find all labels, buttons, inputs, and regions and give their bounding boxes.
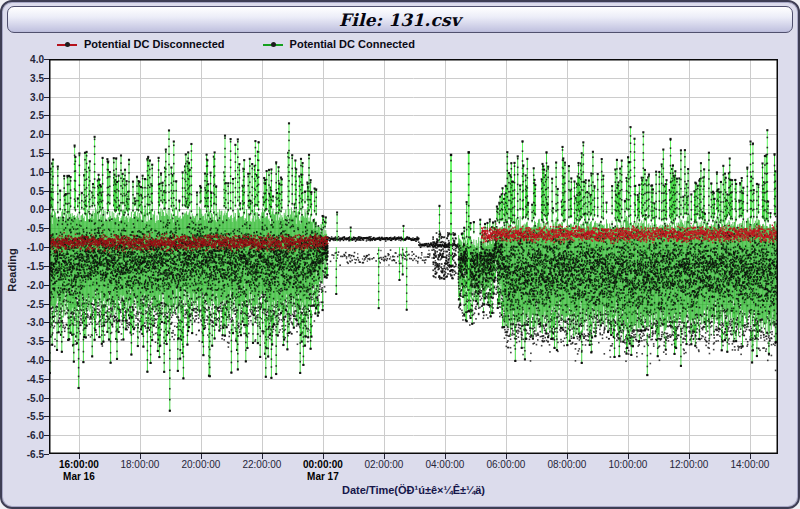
y-axis-tick — [44, 247, 49, 248]
window-title: File: 131.csv — [339, 10, 461, 30]
y-tick-label: 1.5 — [6, 148, 44, 159]
x-tick-date-label: Mar 17 — [307, 471, 339, 482]
application-root: File: 131.csv Potential DC Disconnected … — [0, 0, 800, 509]
title-bar: File: 131.csv — [7, 6, 793, 33]
legend-item-disconnected[interactable]: Potential DC Disconnected — [57, 38, 225, 50]
x-tick-label: 04:00:00 — [425, 459, 464, 470]
y-tick-label: -4.5 — [6, 373, 44, 384]
x-tick-label: 20:00:00 — [181, 459, 220, 470]
x-axis-title: Date/Time(ÖÐ¹ú±ê×¼Ê±¼ä) — [49, 484, 778, 496]
y-axis-tick — [44, 228, 49, 229]
y-axis-tick — [44, 360, 49, 361]
y-axis-tick — [44, 304, 49, 305]
legend-label-disconnected: Potential DC Disconnected — [84, 38, 225, 50]
y-tick-label: -2.0 — [6, 279, 44, 290]
y-tick-label: -1.0 — [6, 242, 44, 253]
y-axis-tick — [44, 191, 49, 192]
y-tick-label: 4.0 — [6, 54, 44, 65]
red-line-marker-icon — [57, 40, 77, 49]
y-axis-tick — [44, 285, 49, 286]
x-tick-label: 14:00:00 — [730, 459, 769, 470]
y-tick-label: 3.5 — [6, 72, 44, 83]
y-tick-label: 2.0 — [6, 129, 44, 140]
x-tick-label: 10:00:00 — [608, 459, 647, 470]
window: File: 131.csv Potential DC Disconnected … — [0, 0, 800, 509]
y-tick-label: -6.0 — [6, 430, 44, 441]
y-axis-tick — [44, 454, 49, 455]
x-tick-label: 18:00:00 — [120, 459, 159, 470]
x-tick-label: 16:00:00 — [59, 459, 99, 470]
plot-area[interactable] — [49, 59, 778, 454]
x-tick-label: 12:00:00 — [669, 459, 708, 470]
x-tick-label: 00:00:00 — [303, 459, 343, 470]
y-axis-tick — [44, 209, 49, 210]
y-axis-tick — [44, 266, 49, 267]
y-tick-label: 0.0 — [6, 204, 44, 215]
y-tick-label: -5.5 — [6, 411, 44, 422]
y-axis-tick — [44, 341, 49, 342]
legend-item-connected[interactable]: Potential DC Connected — [263, 38, 415, 50]
y-tick-label: -1.5 — [6, 260, 44, 271]
y-axis-tick — [44, 97, 49, 98]
y-axis-tick — [44, 322, 49, 323]
x-tick-label: 02:00:00 — [364, 459, 403, 470]
y-tick-label: 3.0 — [6, 91, 44, 102]
y-tick-label: 2.5 — [6, 110, 44, 121]
y-axis-tick — [44, 134, 49, 135]
y-axis-tick — [44, 78, 49, 79]
y-axis-tick — [44, 115, 49, 116]
x-tick-label: 22:00:00 — [242, 459, 281, 470]
x-tick-date-label: Mar 16 — [63, 471, 95, 482]
y-tick-label: -5.0 — [6, 392, 44, 403]
y-tick-label: -2.5 — [6, 298, 44, 309]
y-axis-tick — [44, 172, 49, 173]
y-tick-label: 1.0 — [6, 166, 44, 177]
y-axis-tick — [44, 435, 49, 436]
y-axis-tick — [44, 59, 49, 60]
y-axis-tick — [44, 398, 49, 399]
x-tick-label: 06:00:00 — [486, 459, 525, 470]
y-axis-tick — [44, 379, 49, 380]
green-line-marker-icon — [263, 40, 283, 49]
y-tick-label: -3.5 — [6, 336, 44, 347]
y-tick-label: -3.0 — [6, 317, 44, 328]
x-tick-label: 08:00:00 — [547, 459, 586, 470]
y-tick-label: -0.5 — [6, 223, 44, 234]
y-axis-tick — [44, 416, 49, 417]
legend-label-connected: Potential DC Connected — [290, 38, 415, 50]
y-tick-label: 0.5 — [6, 185, 44, 196]
y-axis-tick — [44, 153, 49, 154]
y-tick-label: -6.5 — [6, 449, 44, 460]
chart-legend: Potential DC Disconnected Potential DC C… — [57, 38, 415, 50]
y-tick-label: -4.0 — [6, 354, 44, 365]
